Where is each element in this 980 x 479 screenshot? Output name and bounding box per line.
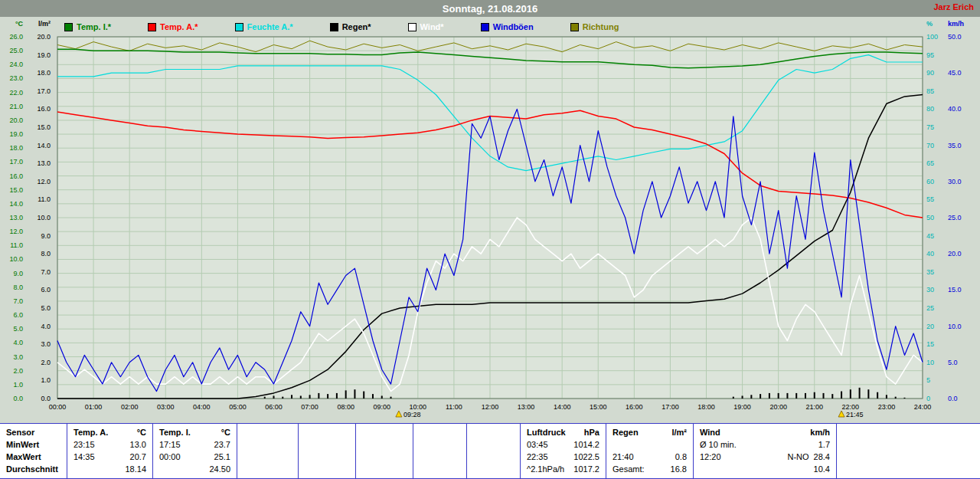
stats-col-wind: Windkm/h Ø 10 min.1.7 12:20N-NO28.4 10.4 xyxy=(694,424,837,478)
svg-text:03:00: 03:00 xyxy=(157,403,175,411)
svg-text:5.0: 5.0 xyxy=(41,304,51,312)
stats-row-header: MinWert xyxy=(6,440,39,449)
stat-value: 28.4 xyxy=(814,452,830,461)
svg-text:20.0: 20.0 xyxy=(9,116,23,124)
svg-text:7.0: 7.0 xyxy=(13,297,23,305)
svg-text:23.0: 23.0 xyxy=(9,74,23,82)
total-label: Gesamt: xyxy=(612,464,645,474)
svg-text:95: 95 xyxy=(926,51,934,59)
svg-text:0.0: 0.0 xyxy=(948,395,958,402)
svg-text:26.0: 26.0 xyxy=(9,33,23,41)
stat-value: 1.7 xyxy=(818,440,830,449)
svg-text:17.0: 17.0 xyxy=(37,87,51,95)
sensor-unit: hPa xyxy=(584,428,599,437)
stats-col-empty xyxy=(413,424,467,478)
sensor-label: Wind xyxy=(700,428,720,437)
event-marker: 21:45 xyxy=(838,411,864,418)
svg-text:14.0: 14.0 xyxy=(9,200,23,208)
stats-row-header: Durchschnitt xyxy=(6,464,58,474)
stat-time: 03:45 xyxy=(527,440,548,449)
svg-text:18.0: 18.0 xyxy=(9,144,23,152)
stat-label: Ø 10 min. xyxy=(700,440,737,449)
svg-text:10.0: 10.0 xyxy=(9,255,23,263)
sensor-unit: °C xyxy=(221,428,230,437)
svg-text:25.0: 25.0 xyxy=(9,47,23,54)
wind-direction: N-NO xyxy=(787,452,808,461)
stats-col-empty xyxy=(299,424,356,478)
svg-text:16.0: 16.0 xyxy=(9,172,23,180)
svg-text:19.0: 19.0 xyxy=(37,51,51,59)
svg-text:40.0: 40.0 xyxy=(948,105,962,113)
event-marker: 09:28 xyxy=(396,411,421,418)
svg-text:0: 0 xyxy=(926,395,930,402)
svg-text:13.0: 13.0 xyxy=(9,214,23,221)
svg-text:15: 15 xyxy=(926,340,934,348)
marker-time: 09:28 xyxy=(403,411,421,418)
svg-text:22.0: 22.0 xyxy=(9,89,23,97)
svg-text:85: 85 xyxy=(926,87,934,95)
svg-text:30.0: 30.0 xyxy=(948,178,962,185)
stat-value: 10.4 xyxy=(814,464,830,474)
sensor-label: Temp. I. xyxy=(159,428,191,437)
unit-humidity: % xyxy=(926,20,933,28)
svg-text:50: 50 xyxy=(926,214,934,221)
svg-text:18.0: 18.0 xyxy=(37,69,51,77)
svg-text:06:00: 06:00 xyxy=(265,403,283,411)
sensor-unit: °C xyxy=(137,428,146,437)
svg-text:17.0: 17.0 xyxy=(9,158,23,166)
stats-col-empty xyxy=(467,424,521,478)
pressure-trend: ^2.1hPa/h xyxy=(527,464,564,474)
stat-time: 17:15 xyxy=(159,440,181,449)
svg-text:80: 80 xyxy=(926,105,934,113)
svg-text:16.0: 16.0 xyxy=(37,105,51,113)
svg-text:02:00: 02:00 xyxy=(121,403,139,411)
svg-text:22:00: 22:00 xyxy=(842,403,860,411)
stats-col-luftdruck: LuftdruckhPa 03:451014.2 22:351022.5 ^2.… xyxy=(521,424,606,478)
marker-flag-icon xyxy=(396,411,402,417)
marker-time: 21:45 xyxy=(846,411,864,418)
svg-text:2.0: 2.0 xyxy=(41,359,51,366)
stats-col-empty xyxy=(837,424,980,478)
svg-text:35.0: 35.0 xyxy=(948,142,962,149)
svg-text:8.0: 8.0 xyxy=(13,284,23,291)
svg-text:17:00: 17:00 xyxy=(662,403,679,411)
svg-text:20:00: 20:00 xyxy=(769,403,787,411)
svg-text:13:00: 13:00 xyxy=(518,403,535,411)
svg-text:21:00: 21:00 xyxy=(805,403,823,411)
svg-text:05:00: 05:00 xyxy=(229,403,247,411)
unit-temp-c: °C xyxy=(15,20,24,28)
svg-text:19:00: 19:00 xyxy=(733,403,751,411)
svg-text:5: 5 xyxy=(926,376,930,384)
stats-col-temp-a: Temp. A.°C 23:1513.0 14:3520.7 18.14 xyxy=(67,424,153,478)
stat-value: 23.7 xyxy=(214,440,230,449)
svg-text:01:00: 01:00 xyxy=(85,403,103,411)
svg-text:3.0: 3.0 xyxy=(13,353,23,361)
svg-text:45: 45 xyxy=(926,232,934,240)
svg-text:12.0: 12.0 xyxy=(37,178,51,185)
axis-time: 00:0001:0002:0003:0004:0005:0006:0007:00… xyxy=(49,403,932,411)
stat-time: 23:15 xyxy=(74,440,95,449)
user-label: Jarz Erich xyxy=(933,2,974,11)
svg-text:11:00: 11:00 xyxy=(446,403,462,411)
axis-rain: 20.019.018.017.016.015.014.013.012.011.0… xyxy=(37,33,51,402)
svg-text:04:00: 04:00 xyxy=(193,403,211,411)
stat-value: 16.8 xyxy=(671,464,687,474)
marker-flag-icon xyxy=(838,411,844,417)
page-title: Sonntag, 21.08.2016 xyxy=(443,3,537,15)
stat-value: 25.1 xyxy=(214,452,230,461)
stat-time: 12:20 xyxy=(700,452,721,461)
svg-text:11.0: 11.0 xyxy=(38,195,51,203)
svg-text:11.0: 11.0 xyxy=(10,241,23,249)
svg-text:9.0: 9.0 xyxy=(13,270,23,277)
stat-value: 1017.2 xyxy=(573,464,599,474)
svg-text:23:00: 23:00 xyxy=(878,403,896,411)
svg-text:00:00: 00:00 xyxy=(49,403,67,411)
svg-text:9.0: 9.0 xyxy=(41,232,51,240)
svg-text:15.0: 15.0 xyxy=(948,286,962,294)
stat-value: 0.8 xyxy=(675,452,687,461)
svg-text:40: 40 xyxy=(926,250,934,258)
svg-text:30: 30 xyxy=(926,286,934,294)
stats-row-header: MaxWert xyxy=(6,452,41,461)
svg-text:75: 75 xyxy=(926,123,934,131)
title-bar: Sonntag, 21.08.2016 Jarz Erich xyxy=(0,0,980,17)
